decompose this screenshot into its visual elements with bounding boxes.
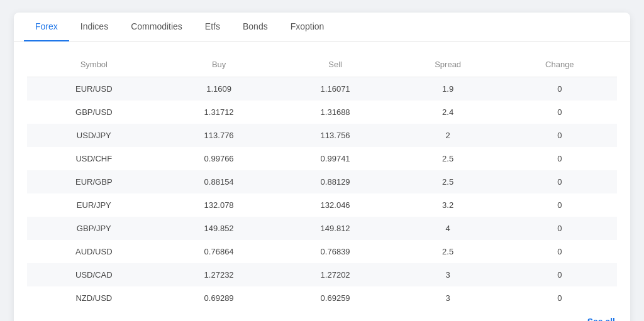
cell-sell: 132.046 xyxy=(277,193,394,217)
tab-forex[interactable]: Forex xyxy=(24,13,69,41)
table-row: GBP/JPY149.852149.81240 xyxy=(27,217,618,240)
table-row: AUD/USD0.768640.768392.50 xyxy=(27,240,618,263)
table-row: NZD/USD0.692890.6925930 xyxy=(27,286,618,310)
cell-change: 0 xyxy=(502,101,618,124)
tab-fxoption[interactable]: Fxoption xyxy=(279,13,336,41)
table-row: EUR/JPY132.078132.0463.20 xyxy=(27,193,618,217)
cell-sell: 0.99741 xyxy=(277,147,394,170)
cell-buy: 0.99766 xyxy=(161,147,277,170)
cell-spread: 3 xyxy=(394,263,502,286)
table-section: SymbolBuySellSpreadChange EUR/USD1.16091… xyxy=(14,41,630,321)
cell-buy: 132.078 xyxy=(161,193,277,217)
tab-indices[interactable]: Indices xyxy=(69,13,119,41)
cell-buy: 0.76864 xyxy=(161,240,277,263)
cell-spread: 3 xyxy=(394,286,502,310)
cell-symbol: USD/JPY xyxy=(27,124,161,147)
cell-buy: 1.31712 xyxy=(161,101,277,124)
tab-bar: ForexIndicesCommoditiesEtfsBondsFxoption xyxy=(14,13,630,41)
cell-sell: 1.16071 xyxy=(277,77,394,101)
cell-sell: 1.31688 xyxy=(277,101,394,124)
cell-symbol: USD/CAD xyxy=(27,263,161,286)
cell-sell: 0.76839 xyxy=(277,240,394,263)
cell-sell: 113.756 xyxy=(277,124,394,147)
cell-symbol: EUR/GBP xyxy=(27,170,161,193)
cell-spread: 2.5 xyxy=(394,240,502,263)
cell-change: 0 xyxy=(502,77,618,101)
cell-buy: 0.69289 xyxy=(161,286,277,310)
cell-symbol: NZD/USD xyxy=(27,286,161,310)
col-header-buy: Buy xyxy=(161,52,277,77)
cell-symbol: EUR/JPY xyxy=(27,193,161,217)
cell-symbol: AUD/USD xyxy=(27,240,161,263)
cell-change: 0 xyxy=(502,147,618,170)
cell-change: 0 xyxy=(502,124,618,147)
cell-change: 0 xyxy=(502,240,618,263)
table-row: GBP/USD1.317121.316882.40 xyxy=(27,101,618,124)
table-row: USD/CAD1.272321.2720230 xyxy=(27,263,618,286)
cell-spread: 2 xyxy=(394,124,502,147)
table-row: USD/JPY113.776113.75620 xyxy=(27,124,618,147)
cell-symbol: GBP/USD xyxy=(27,101,161,124)
cell-change: 0 xyxy=(502,217,618,240)
cell-spread: 2.4 xyxy=(394,101,502,124)
cell-sell: 0.69259 xyxy=(277,286,394,310)
table-row: EUR/GBP0.881540.881292.50 xyxy=(27,170,618,193)
table-row: EUR/USD1.16091.160711.90 xyxy=(27,77,618,101)
main-container: ForexIndicesCommoditiesEtfsBondsFxoption… xyxy=(14,13,630,321)
cell-spread: 3.2 xyxy=(394,193,502,217)
cell-change: 0 xyxy=(502,193,618,217)
cell-buy: 1.27232 xyxy=(161,263,277,286)
cell-change: 0 xyxy=(502,286,618,310)
see-all-link[interactable]: See all xyxy=(26,310,618,321)
cell-sell: 149.812 xyxy=(277,217,394,240)
tab-commodities[interactable]: Commodities xyxy=(119,13,194,41)
col-header-change: Change xyxy=(502,52,618,77)
col-header-symbol: Symbol xyxy=(27,52,161,77)
tab-etfs[interactable]: Etfs xyxy=(194,13,231,41)
table-row: USD/CHF0.997660.997412.50 xyxy=(27,147,618,170)
col-header-spread: Spread xyxy=(394,52,502,77)
tab-bonds[interactable]: Bonds xyxy=(231,13,279,41)
cell-spread: 2.5 xyxy=(394,170,502,193)
cell-spread: 1.9 xyxy=(394,77,502,101)
forex-table: SymbolBuySellSpreadChange EUR/USD1.16091… xyxy=(26,52,618,310)
cell-spread: 2.5 xyxy=(394,147,502,170)
cell-change: 0 xyxy=(502,263,618,286)
cell-buy: 149.852 xyxy=(161,217,277,240)
cell-symbol: GBP/JPY xyxy=(27,217,161,240)
cell-symbol: EUR/USD xyxy=(27,77,161,101)
cell-buy: 1.1609 xyxy=(161,77,277,101)
cell-sell: 1.27202 xyxy=(277,263,394,286)
cell-buy: 113.776 xyxy=(161,124,277,147)
cell-buy: 0.88154 xyxy=(161,170,277,193)
cell-spread: 4 xyxy=(394,217,502,240)
cell-symbol: USD/CHF xyxy=(27,147,161,170)
cell-change: 0 xyxy=(502,170,618,193)
col-header-sell: Sell xyxy=(277,52,394,77)
cell-sell: 0.88129 xyxy=(277,170,394,193)
